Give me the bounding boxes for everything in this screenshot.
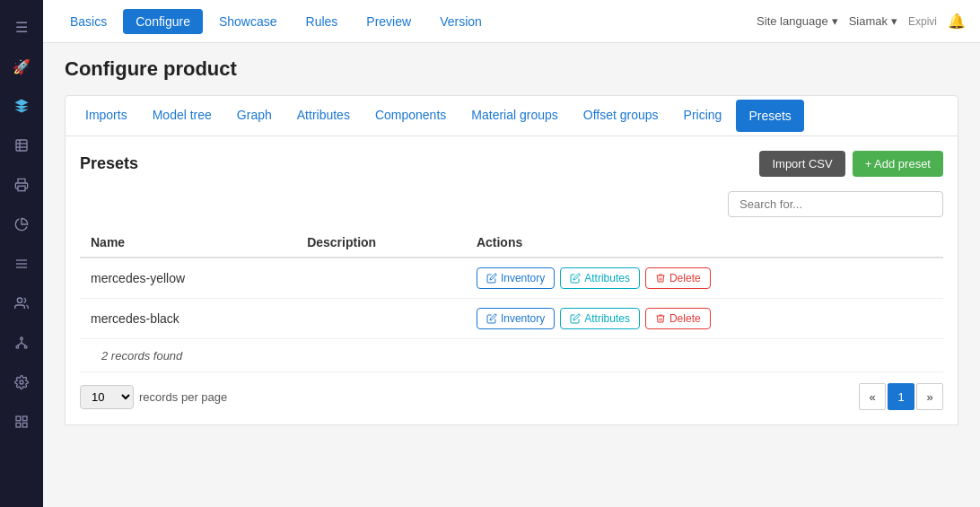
next-page-button[interactable]: » [916, 383, 943, 410]
delete-button-row-2[interactable]: Delete [645, 308, 711, 329]
chevron-down-icon: ▾ [832, 14, 838, 28]
hierarchy-icon[interactable] [4, 325, 39, 361]
panel-actions: Import CSV + Add preset [759, 151, 943, 177]
search-row [80, 191, 943, 217]
content-area: Configure product Imports Model tree Gra… [43, 43, 980, 507]
svg-rect-16 [16, 416, 21, 421]
main-area: Basics Configure Showcase Rules Preview … [43, 0, 980, 507]
row-1-name: mercedes-yellow [80, 258, 296, 299]
svg-point-8 [17, 298, 22, 302]
settings-cog-icon[interactable] [4, 364, 39, 400]
tab-configure[interactable]: Configure [123, 9, 203, 34]
row-2-actions: Inventory Attributes Delete [466, 299, 943, 339]
nav-tabs: Basics Configure Showcase Rules Preview … [57, 9, 757, 34]
sidebar: ☰ 🚀 [0, 0, 43, 507]
records-found: 2 records found [80, 339, 943, 372]
list-table-icon[interactable] [4, 127, 39, 163]
col-description: Description [296, 228, 466, 258]
page-title: Configure product [65, 57, 958, 81]
subtab-model-tree[interactable]: Model tree [140, 99, 224, 134]
add-preset-button[interactable]: + Add preset [853, 151, 943, 177]
inventory-button-row-2[interactable]: Inventory [477, 308, 555, 329]
tab-version[interactable]: Version [427, 9, 494, 34]
trash-icon [655, 313, 666, 324]
grid-icon[interactable] [4, 404, 39, 440]
prev-page-button[interactable]: « [859, 383, 886, 410]
attributes-button-row-2[interactable]: Attributes [560, 308, 640, 329]
tab-showcase[interactable]: Showcase [206, 9, 290, 34]
inventory-label-row-1: Inventory [501, 272, 545, 284]
subtab-attributes[interactable]: Attributes [284, 99, 363, 134]
svg-line-14 [22, 343, 26, 345]
search-input[interactable] [728, 191, 943, 217]
subtab-imports[interactable]: Imports [73, 99, 140, 134]
subtab-presets[interactable]: Presets [736, 100, 803, 132]
per-page-select[interactable]: 10 25 50 100 [80, 385, 134, 409]
edit-icon [486, 273, 497, 284]
svg-rect-18 [22, 423, 27, 427]
row-2-name: mercedes-black [80, 299, 296, 339]
inventory-label-row-2: Inventory [501, 312, 545, 325]
users-icon[interactable] [4, 285, 39, 321]
svg-rect-0 [16, 140, 27, 151]
inventory-button-row-1[interactable]: Inventory [477, 267, 555, 289]
import-csv-button[interactable]: Import CSV [759, 151, 844, 177]
notification-bell-icon[interactable]: 🔔 [948, 13, 966, 30]
row-1-description [296, 258, 466, 299]
svg-rect-19 [16, 423, 21, 427]
user-menu-button[interactable]: Siamak ▾ [849, 14, 897, 28]
tab-rules[interactable]: Rules [293, 9, 351, 34]
col-actions: Actions [466, 228, 943, 258]
svg-rect-17 [22, 416, 27, 421]
delete-label-row-2: Delete [669, 312, 701, 325]
subtab-components[interactable]: Components [363, 99, 459, 134]
lines-icon[interactable] [4, 246, 39, 282]
menu-icon[interactable]: ☰ [4, 9, 39, 45]
col-name: Name [80, 228, 296, 258]
attributes-button-row-1[interactable]: Attributes [560, 267, 640, 289]
presets-table: Name Description Actions mercedes-yellow [80, 228, 943, 372]
row-1-actions: Inventory Attributes Delete [466, 258, 943, 299]
attributes-label-row-1: Attributes [584, 272, 630, 284]
svg-point-15 [20, 380, 23, 384]
delete-button-row-1[interactable]: Delete [645, 267, 711, 289]
edit2-icon [570, 313, 581, 324]
current-page-button[interactable]: 1 [888, 383, 914, 410]
cube-icon[interactable] [4, 88, 39, 124]
subtab-offset-groups[interactable]: Offset groups [571, 99, 671, 134]
table-row: mercedes-yellow Inventory Attribut [80, 258, 943, 299]
presets-panel: Presets Import CSV + Add preset Name Des… [65, 136, 958, 425]
trash-icon [655, 273, 666, 284]
action-buttons-row-2: Inventory Attributes Delete [477, 308, 932, 329]
print-icon[interactable] [4, 167, 39, 203]
rocket-icon[interactable]: 🚀 [4, 48, 39, 84]
chart-pie-icon[interactable] [4, 206, 39, 242]
edit-icon [486, 313, 497, 324]
tab-preview[interactable]: Preview [354, 9, 424, 34]
row-2-description [296, 299, 466, 339]
top-navigation: Basics Configure Showcase Rules Preview … [43, 0, 980, 43]
site-language-button[interactable]: Site language ▾ [757, 14, 838, 28]
subtab-material-groups[interactable]: Material groups [459, 99, 571, 134]
svg-point-9 [21, 337, 23, 340]
action-buttons-row-1: Inventory Attributes Delete [477, 267, 932, 289]
page-navigation: « 1 » [859, 383, 943, 410]
site-language-label: Site language [757, 14, 828, 28]
subtab-pricing[interactable]: Pricing [671, 99, 735, 134]
per-page-label: records per page [139, 390, 227, 404]
per-page-container: 10 25 50 100 records per page [80, 385, 227, 409]
user-name: Siamak [849, 14, 888, 28]
sub-tabs: Imports Model tree Graph Attributes Comp… [65, 95, 958, 136]
table-header-row: Name Description Actions [80, 228, 943, 258]
nav-right: Site language ▾ Siamak ▾ Expivi 🔔 [757, 13, 966, 30]
presets-title: Presets [80, 154, 138, 173]
svg-point-10 [16, 345, 19, 348]
user-chevron-icon: ▾ [891, 14, 897, 28]
svg-line-13 [17, 343, 22, 345]
brand-logo: Expivi [908, 15, 937, 28]
svg-point-11 [24, 345, 27, 348]
tab-basics[interactable]: Basics [57, 9, 119, 34]
panel-header: Presets Import CSV + Add preset [80, 151, 943, 177]
attributes-label-row-2: Attributes [584, 312, 630, 325]
subtab-graph[interactable]: Graph [224, 99, 284, 134]
